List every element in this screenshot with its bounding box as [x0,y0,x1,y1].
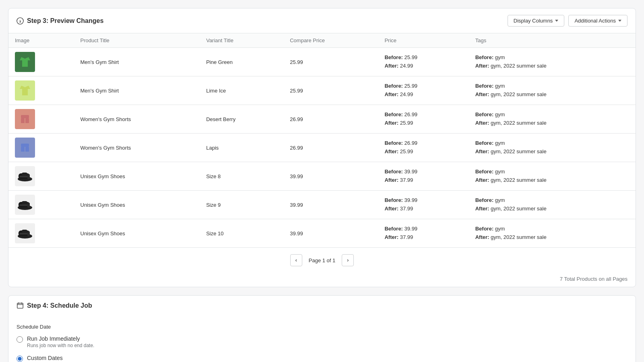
cell-product-title-1: Men's Gym Shirt [74,76,200,105]
cell-compare-price-2: 26.99 [283,105,378,134]
cell-image-1 [8,76,74,105]
table-header-row: Image Product Title Variant Title Compar… [8,33,636,48]
cell-tags-2: Before: gym After: gym, 2022 summer sale [469,105,636,134]
step4-icon [17,302,24,309]
cell-compare-price-0: 25.99 [283,48,378,76]
cell-product-title-3: Women's Gym Shorts [74,134,200,162]
svg-rect-9 [25,147,29,152]
col-image: Image [8,33,74,48]
svg-text:3: 3 [19,19,21,23]
svg-rect-6 [25,118,29,123]
cell-tags-5: Before: gym After: gym, 2022 summer sale [469,191,636,219]
cell-compare-price-6: 39.99 [283,219,378,248]
cell-price-4: Before: 39.99 After: 37.99 [378,162,469,191]
run-immediately-option: Run Job Immediately Runs job now with no… [17,335,627,348]
col-tags: Tags [469,33,636,48]
display-columns-label: Display Columns [514,18,553,24]
cell-variant-title-6: Size 10 [200,219,283,248]
additional-actions-label: Additional Actions [574,18,616,24]
cell-variant-title-4: Size 8 [200,162,283,191]
svg-rect-22 [22,230,27,233]
cell-tags-1: Before: gym After: gym, 2022 summer sale [469,76,636,105]
run-immediately-desc: Runs job now with no end date. [27,343,94,348]
cell-variant-title-2: Desert Berry [200,105,283,134]
cell-image-2 [8,105,74,134]
svg-marker-2 [20,57,30,67]
step3-title: 3 Step 3: Preview Changes [17,17,103,25]
cell-price-6: Before: 39.99 After: 37.99 [378,219,469,248]
step4-header: Step 4: Schedule Job [8,296,636,316]
cell-tags-4: Before: gym After: gym, 2022 summer sale [469,162,636,191]
cell-image-3 [8,134,74,162]
cell-variant-title-1: Lime Ice [200,76,283,105]
cell-tags-0: Before: gym After: gym, 2022 summer sale [469,48,636,76]
svg-rect-7 [21,144,29,147]
cell-image-6 [8,219,74,248]
step3-title-text: Step 3: Preview Changes [27,17,103,25]
step4-card: Step 4: Schedule Job Schedule Date Run J… [8,295,636,362]
next-page-button[interactable]: › [342,254,354,266]
col-product-title: Product Title [74,33,200,48]
schedule-date-label: Schedule Date [17,324,627,330]
cell-image-4 [8,162,74,191]
step4-title-text: Step 4: Schedule Job [27,302,92,309]
table-row: Women's Gym Shorts Desert Berry 26.99 Be… [8,105,636,134]
table-body: Men's Gym Shirt Pine Green 25.99 Before:… [8,48,636,248]
pagination-row: ‹ Page 1 of 1 › [8,247,636,273]
table-row: Unisex Gym Shoes Size 8 39.99 Before: 39… [8,162,636,191]
svg-rect-12 [22,173,27,176]
svg-rect-19 [27,203,30,208]
cell-product-title-4: Unisex Gym Shoes [74,162,200,191]
col-compare-price: Compare Price [283,33,378,48]
custom-dates-text: Custom Dates Choose custom start and end… [27,355,137,362]
run-immediately-text: Run Job Immediately Runs job now with no… [27,335,94,348]
custom-dates-radio[interactable] [17,356,23,362]
col-price: Price [378,33,469,48]
display-columns-button[interactable]: Display Columns [508,15,565,27]
svg-rect-24 [27,231,30,236]
cell-price-0: Before: 25.99 After: 24.99 [378,48,469,76]
table-row: Unisex Gym Shoes Size 10 39.99 Before: 3… [8,219,636,248]
cell-product-title-5: Unisex Gym Shoes [74,191,200,219]
preview-table: Image Product Title Variant Title Compar… [8,33,636,247]
cell-variant-title-5: Size 9 [200,191,283,219]
table-row: Unisex Gym Shoes Size 9 39.99 Before: 39… [8,191,636,219]
cell-compare-price-5: 39.99 [283,191,378,219]
cell-tags-3: Before: gym After: gym, 2022 summer sale [469,134,636,162]
cell-image-0 [8,48,74,76]
page-info: Page 1 of 1 [305,257,339,263]
table-row: Men's Gym Shirt Lime Ice 25.99 Before: 2… [8,76,636,105]
cell-price-5: Before: 39.99 After: 37.99 [378,191,469,219]
step4-body: Schedule Date Run Job Immediately Runs j… [8,316,636,362]
cell-tags-6: Before: gym After: gym, 2022 summer sale [469,219,636,248]
col-variant-title: Variant Title [200,33,283,48]
svg-marker-3 [20,86,30,95]
cell-product-title-0: Men's Gym Shirt [74,48,200,76]
cell-price-2: Before: 26.99 After: 25.99 [378,105,469,134]
table-row: Men's Gym Shirt Pine Green 25.99 Before:… [8,48,636,76]
cell-price-3: Before: 26.99 After: 25.99 [378,134,469,162]
run-immediately-radio[interactable] [17,336,23,343]
total-products: 7 Total Products on all Pages [8,273,636,287]
step3-header: 3 Step 3: Preview Changes Display Column… [8,8,636,33]
cell-variant-title-3: Lapis [200,134,283,162]
custom-dates-option: Custom Dates Choose custom start and end… [17,355,627,362]
cell-price-1: Before: 25.99 After: 24.99 [378,76,469,105]
cell-compare-price-4: 39.99 [283,162,378,191]
prev-page-button[interactable]: ‹ [290,254,302,266]
additional-actions-button[interactable]: Additional Actions [568,15,627,27]
display-columns-chevron-icon [555,20,558,22]
table-row: Women's Gym Shorts Lapis 26.99 Before: 2… [8,134,636,162]
additional-actions-chevron-icon [618,20,621,22]
step3-icon: 3 [17,17,24,25]
cell-compare-price-1: 25.99 [283,76,378,105]
svg-rect-8 [21,147,25,152]
custom-dates-label: Custom Dates [27,355,137,361]
cell-product-title-2: Women's Gym Shorts [74,105,200,134]
run-immediately-label: Run Job Immediately [27,335,94,342]
step4-title: Step 4: Schedule Job [17,302,92,309]
svg-rect-4 [21,115,29,118]
cell-product-title-6: Unisex Gym Shoes [74,219,200,248]
page-wrapper: 3 Step 3: Preview Changes Display Column… [0,0,644,362]
svg-rect-17 [22,201,27,204]
